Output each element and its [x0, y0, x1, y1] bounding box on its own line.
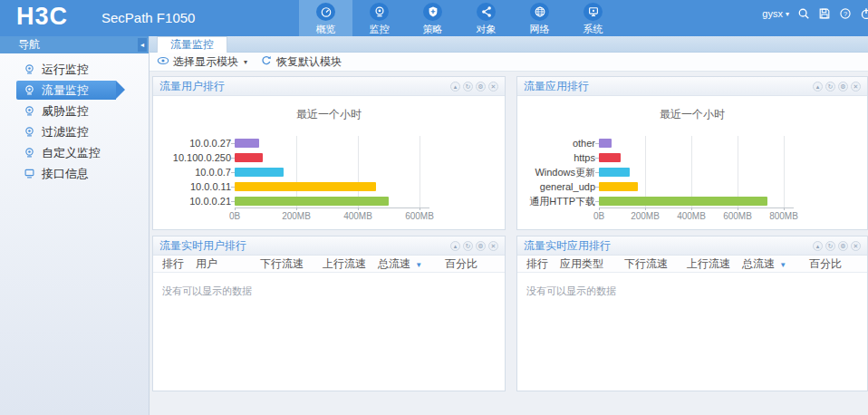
chart-row [599, 150, 794, 165]
chart-title: 最近一个小时 [517, 107, 867, 122]
chart-category-label: 通用HTTP下载 [517, 194, 595, 208]
sidebar-list: 运行监控流量监控威胁监控过滤监控自定义监控接口信息 [0, 53, 149, 183]
panel-header: 流量实时应用排行 ▴↻⚙✕ [517, 236, 867, 256]
nav-item-label: 策略 [423, 23, 443, 36]
collapse-icon[interactable]: ▴ [813, 241, 823, 251]
refresh-icon[interactable]: ↻ [825, 241, 835, 251]
panel-controls: ▴↻⚙✕ [450, 82, 498, 92]
column-header-percent[interactable]: 百分比 [445, 256, 477, 272]
nav-item-policy[interactable]: 策略 [406, 0, 459, 36]
main-area: 流量监控 选择显示模块 ▾ 恢复默认模块 流量用户排行 ▴↻⚙✕ 最近一个 [149, 36, 868, 415]
close-icon[interactable]: ✕ [488, 82, 498, 92]
chart-category-label: 10.0.0.7 [153, 165, 231, 179]
settings-icon[interactable]: ⚙ [838, 82, 848, 92]
column-header-total[interactable]: 总流速 ▼ [378, 256, 445, 272]
column-header-percent[interactable]: 百分比 [809, 256, 842, 272]
user-name: gysx [762, 8, 783, 19]
settings-icon[interactable]: ⚙ [838, 241, 848, 251]
column-header-user[interactable]: 用户 [196, 256, 260, 272]
column-header-up[interactable]: 上行流速 [323, 256, 378, 272]
sidebar-item-custom-monitor[interactable]: 自定义监控 [16, 143, 116, 162]
panel-body: 排行应用类型下行流速上行流速总流速 ▼百分比 没有可以显示的数据 [517, 256, 867, 391]
sidebar-item-filter-monitor[interactable]: 过滤监控 [16, 122, 116, 141]
panel-body: 最近一个小时 otherhttpsWindows更新general_udp通用H… [517, 96, 867, 229]
share-icon [477, 3, 496, 21]
user-menu[interactable]: gysx ▾ [762, 8, 789, 19]
sort-desc-icon: ▼ [415, 261, 422, 269]
collapse-icon[interactable]: ▴ [450, 241, 460, 251]
refresh-icon[interactable]: ↻ [825, 82, 835, 92]
gauge-icon [316, 3, 335, 21]
column-header-total[interactable]: 总流速 ▼ [742, 256, 809, 272]
settings-icon[interactable]: ⚙ [476, 241, 486, 251]
nav-item-network[interactable]: 网络 [513, 0, 566, 36]
chart-row [235, 179, 429, 194]
help-icon[interactable]: ? [839, 7, 852, 20]
empty-state-text: 没有可以显示的数据 [517, 273, 867, 298]
close-icon[interactable]: ✕ [488, 241, 498, 251]
sidebar-item-threat-monitor[interactable]: 威胁监控 [16, 101, 116, 121]
globe-icon [530, 3, 549, 21]
collapse-icon[interactable]: ▴ [450, 82, 460, 92]
save-icon[interactable] [818, 7, 831, 20]
nav-item-overview[interactable]: 概览 [299, 0, 352, 36]
table-header-row: 排行应用类型下行流速上行流速总流速 ▼百分比 [517, 256, 867, 273]
collapse-icon[interactable]: ▴ [813, 82, 823, 92]
refresh-icon[interactable]: ↻ [463, 241, 473, 251]
webcam-icon [24, 105, 35, 117]
settings-icon[interactable]: ⚙ [476, 82, 486, 92]
restore-default-button[interactable]: 恢复默认模块 [260, 54, 342, 70]
axis-tick-label: 800MB [769, 211, 798, 221]
sidebar-item-label: 流量监控 [42, 82, 89, 99]
column-header-down[interactable]: 下行流速 [260, 256, 323, 272]
axis-tick-label: 200MB [282, 211, 311, 221]
search-icon[interactable] [797, 7, 810, 20]
sidebar-item-interface-info[interactable]: 接口信息 [16, 164, 116, 183]
column-header-down[interactable]: 下行流速 [624, 256, 687, 272]
sidebar-item-label: 过滤监控 [42, 124, 89, 140]
chart-bar [599, 139, 612, 148]
sidebar-collapse-button[interactable]: ◂ [138, 38, 147, 52]
axis-tick-label: 600MB [723, 211, 752, 221]
logout-icon[interactable] [860, 7, 868, 20]
tab-bar: 流量监控 [149, 36, 868, 53]
nav-item-label: 系统 [583, 23, 603, 36]
panel-body: 排行用户下行流速上行流速总流速 ▼百分比 没有可以显示的数据 [153, 256, 505, 391]
restore-default-label: 恢复默认模块 [276, 54, 342, 70]
close-icon[interactable]: ✕ [851, 241, 861, 251]
nav-item-label: 监控 [370, 23, 390, 36]
chart-category-label: 10.100.0.250 [153, 150, 231, 165]
chart-plot-area: 0B200MB400MB600MB [235, 136, 429, 208]
panel-header: 流量应用排行 ▴↻⚙✕ [517, 77, 867, 96]
chart-row [235, 136, 429, 150]
column-header-rank[interactable]: 排行 [162, 256, 196, 272]
chart-row [235, 194, 429, 208]
sidebar-item-label: 自定义监控 [42, 145, 101, 161]
column-header-app-type[interactable]: 应用类型 [560, 256, 624, 272]
tab-traffic-monitor[interactable]: 流量监控 [157, 36, 227, 53]
nav-item-object[interactable]: 对象 [459, 0, 513, 36]
webcam-icon [24, 147, 35, 159]
column-header-rank[interactable]: 排行 [526, 256, 560, 272]
bar-chart-user-rank: 10.0.0.2710.100.0.25010.0.0.710.0.0.1110… [153, 136, 505, 208]
close-icon[interactable]: ✕ [851, 82, 861, 92]
toolbar: 选择显示模块 ▾ 恢复默认模块 [149, 53, 868, 72]
axis-tick-label: 0B [593, 211, 604, 221]
sidebar-item-run-monitor[interactable]: 运行监控 [16, 60, 116, 79]
chart-category-label: https [517, 150, 595, 165]
chart-bar [235, 197, 389, 206]
chevron-down-icon: ▾ [786, 10, 789, 18]
nav-item-monitor[interactable]: 监控 [352, 0, 406, 36]
chart-category-label: general_udp [517, 179, 595, 194]
column-header-up[interactable]: 上行流速 [687, 256, 742, 272]
panel-body: 最近一个小时 10.0.0.2710.100.0.25010.0.0.710.0… [153, 96, 505, 229]
chart-bar [599, 153, 621, 162]
panel-realtime-user-rank: 流量实时用户排行 ▴↻⚙✕ 排行用户下行流速上行流速总流速 ▼百分比 没有可以显… [152, 236, 506, 391]
sidebar-item-traffic-monitor[interactable]: 流量监控 [16, 81, 116, 100]
refresh-icon[interactable]: ↻ [463, 82, 473, 92]
select-modules-button[interactable]: 选择显示模块 ▾ [157, 54, 247, 70]
panel-realtime-app-rank: 流量实时应用排行 ▴↻⚙✕ 排行应用类型下行流速上行流速总流速 ▼百分比 没有可… [516, 236, 868, 391]
nav-item-system[interactable]: 系统 [566, 0, 620, 36]
sidebar: 导航 ◂ 运行监控流量监控威胁监控过滤监控自定义监控接口信息 [0, 36, 149, 415]
chart-bar [599, 197, 767, 206]
